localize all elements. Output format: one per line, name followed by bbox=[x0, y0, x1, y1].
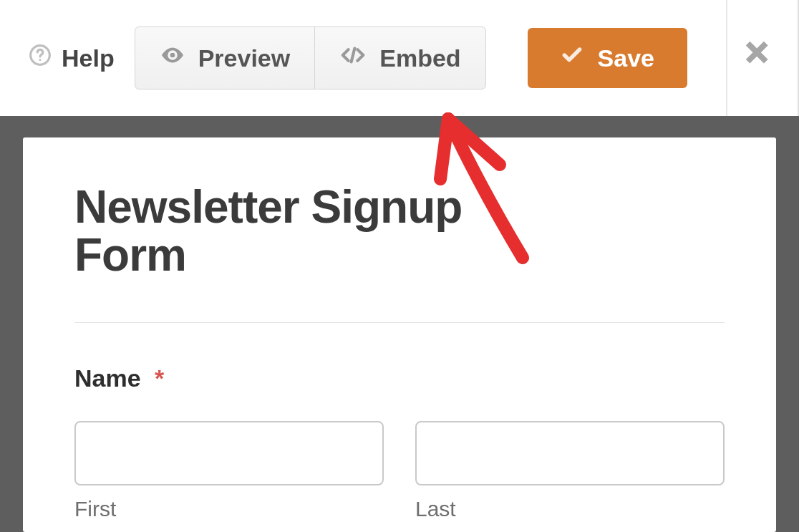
svg-point-1 bbox=[39, 59, 42, 61]
name-label-text: Name bbox=[74, 364, 141, 392]
required-marker: * bbox=[155, 364, 164, 392]
close-button[interactable] bbox=[742, 37, 776, 74]
check-icon bbox=[561, 44, 583, 72]
help-label: Help bbox=[62, 44, 115, 72]
save-button[interactable]: Save bbox=[528, 28, 687, 88]
divider bbox=[74, 322, 725, 323]
last-sublabel: Last bbox=[415, 497, 725, 521]
help-button[interactable]: Help bbox=[29, 44, 115, 72]
code-icon bbox=[339, 42, 367, 74]
first-name-column: First bbox=[74, 421, 384, 521]
svg-line-3 bbox=[352, 49, 355, 62]
preview-button[interactable]: Preview bbox=[135, 27, 316, 89]
help-icon bbox=[29, 44, 52, 72]
last-name-input[interactable] bbox=[415, 421, 725, 485]
save-label: Save bbox=[598, 44, 654, 72]
canvas: Newsletter Signup Form Name * First Last bbox=[0, 116, 799, 532]
embed-label: Embed bbox=[379, 44, 460, 72]
eye-icon bbox=[160, 42, 185, 74]
toolbar: Help Preview Embed bbox=[0, 0, 799, 116]
last-name-column: Last bbox=[415, 421, 725, 521]
first-sublabel: First bbox=[74, 497, 384, 521]
toolbar-divider bbox=[726, 0, 727, 116]
preview-label: Preview bbox=[198, 44, 291, 72]
first-name-input[interactable] bbox=[74, 421, 384, 485]
form-panel: Newsletter Signup Form Name * First Last bbox=[23, 137, 776, 532]
svg-point-2 bbox=[170, 53, 175, 58]
name-field-label: Name * bbox=[74, 364, 725, 392]
form-title: Newsletter Signup Form bbox=[74, 183, 547, 279]
name-row: First Last bbox=[74, 421, 725, 521]
embed-button[interactable]: Embed bbox=[315, 27, 485, 89]
close-icon bbox=[742, 62, 776, 74]
button-group: Preview Embed bbox=[135, 26, 486, 90]
